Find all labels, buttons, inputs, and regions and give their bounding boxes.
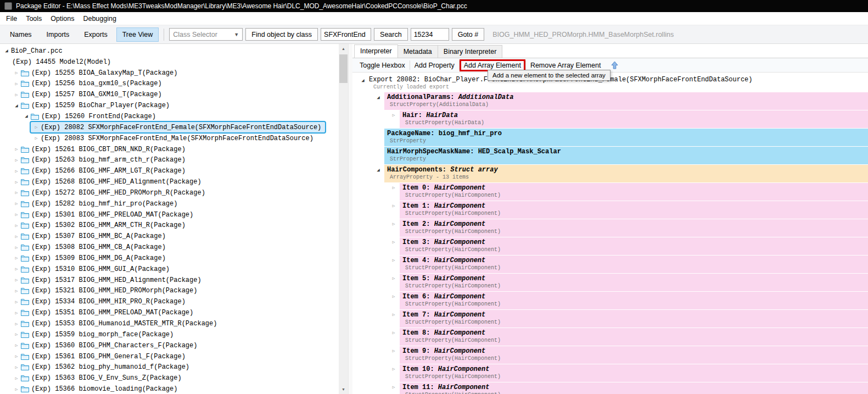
- property-band[interactable]: AdditionalParams: AdditionalDataStructPr…: [384, 92, 868, 110]
- tree-scrollbar[interactable]: ▲ ▼: [339, 44, 348, 394]
- tree-item[interactable]: (Exp) 14455 Model2(Model): [1, 57, 339, 68]
- tree-item-core[interactable]: (Exp) 14455 Model2(Model): [11, 57, 115, 67]
- property-row[interactable]: ▷Item 7: HairComponentStructProperty(Hai…: [357, 310, 868, 328]
- expand-icon[interactable]: ▷: [388, 201, 400, 219]
- object-search-input[interactable]: [321, 28, 371, 41]
- goto-input[interactable]: [411, 28, 449, 41]
- tab-interpreter[interactable]: Interpreter: [354, 45, 398, 58]
- tree-item[interactable]: ◢BioP_Char.pcc: [1, 46, 339, 57]
- property-band[interactable]: PackageName: biog_hmf_hir_proStrProperty: [384, 129, 868, 146]
- tree-item-core[interactable]: ▷(Exp) 15257 BIOA_GXM10_T(Package): [11, 90, 166, 100]
- tree-item-core[interactable]: ▷(Exp) 15360 BIOG_PHM_Characters_F(Packa…: [11, 340, 201, 351]
- expand-icon[interactable]: ▷: [388, 274, 400, 291]
- expand-icon[interactable]: ▷: [388, 256, 400, 273]
- tree-item[interactable]: ▷(Exp) 15360 BIOG_PHM_Characters_F(Packa…: [1, 340, 339, 351]
- property-band[interactable]: Item 9: HairComponentStructProperty(Hair…: [400, 346, 868, 364]
- up-arrow-icon[interactable]: [611, 61, 619, 69]
- tree-item[interactable]: ▷(Exp) 15308 BIOG_HMM_CB_A(Package): [1, 242, 339, 253]
- tree-item-core[interactable]: ▷(Exp) 15363 BIOG_V_Env_Suns_Z(Package): [11, 373, 186, 384]
- property-row[interactable]: ▷Item 6: HairComponentStructProperty(Hai…: [357, 292, 868, 309]
- tree-item-core[interactable]: ◢(Exp) 15259 BioChar_Player(Package): [11, 101, 173, 111]
- expand-icon[interactable]: ▷: [388, 219, 400, 237]
- property-band[interactable]: Item 7: HairComponentStructProperty(Hair…: [400, 310, 868, 328]
- expand-icon[interactable]: ▷: [388, 183, 400, 201]
- property-row[interactable]: ▷Item 2: HairComponentStructProperty(Hai…: [357, 219, 868, 237]
- property-row[interactable]: ▷Item 5: HairComponentStructProperty(Hai…: [357, 274, 868, 291]
- tree-item[interactable]: ▷(Exp) 15257 BIOA_GXM10_T(Package): [1, 89, 339, 100]
- expand-icon[interactable]: ▷: [12, 376, 21, 381]
- expand-icon[interactable]: ▷: [12, 92, 21, 97]
- tree-item-core[interactable]: ▷(Exp) 15353 BIOG_Humanoid_MASTER_MTR_R(…: [11, 319, 221, 329]
- tree-item[interactable]: ◢(Exp) 15259 BioChar_Player(Package): [1, 100, 339, 111]
- goto-button[interactable]: Goto #: [452, 28, 485, 41]
- collapse-icon[interactable]: ◢: [12, 103, 21, 109]
- menu-options[interactable]: Options: [46, 13, 79, 24]
- expand-icon[interactable]: ▷: [12, 387, 21, 392]
- expand-icon[interactable]: ▷: [12, 278, 21, 282]
- collapse-icon[interactable]: ◢: [22, 113, 31, 119]
- tree-item[interactable]: ▷(Exp) 15366 biomovie_loading(Package): [1, 384, 339, 394]
- tree-item[interactable]: ▷(Exp) 15334 BIOG_HMM_HIR_PRO_R(Package): [1, 296, 339, 307]
- property-band[interactable]: Item 2: HairComponentStructProperty(Hair…: [400, 219, 868, 237]
- expand-icon[interactable]: ▷: [388, 237, 400, 255]
- tab-binary-interpreter[interactable]: Binary Interpreter: [438, 45, 503, 58]
- expand-icon[interactable]: ▷: [388, 110, 400, 128]
- expand-icon[interactable]: ▷: [12, 365, 21, 370]
- property-row[interactable]: ▷Item 10: HairComponentStructProperty(Ha…: [357, 364, 868, 382]
- tree-item[interactable]: ▷(Exp) 15307 BIOG_HMM_BC_A(Package): [1, 231, 339, 242]
- tree-item[interactable]: ▷(Exp) 15321 BIOG_HMM_HED_PROMorph(Packa…: [1, 286, 339, 297]
- tree-item[interactable]: ▷(Exp) 28083 SFXMorphFaceFrontEnd_Male(S…: [1, 133, 339, 144]
- tree-item[interactable]: ▷(Exp) 15302 BIOG_HMM_ARM_CTH_R(Package): [1, 220, 339, 231]
- expand-icon[interactable]: ▷: [12, 190, 21, 195]
- expand-icon[interactable]: ▷: [12, 81, 21, 86]
- tree-item-core[interactable]: ▷(Exp) 15321 BIOG_HMM_HED_PROMorph(Packa…: [11, 286, 201, 296]
- search-button[interactable]: Search: [374, 28, 408, 41]
- tree-item-selected-core[interactable]: ▷(Exp) 28082 SFXMorphFaceFrontEnd_Female…: [31, 122, 325, 132]
- tab-metadata[interactable]: Metadata: [397, 45, 438, 58]
- property-band[interactable]: Item 1: HairComponentStructProperty(Hair…: [400, 201, 868, 219]
- tree-item[interactable]: ▷(Exp) 15353 BIOG_Humanoid_MASTER_MTR_R(…: [1, 318, 339, 329]
- names-button[interactable]: Names: [4, 27, 38, 42]
- tree-item[interactable]: ▷(Exp) 28082 SFXMorphFaceFrontEnd_Female…: [1, 122, 339, 133]
- property-band[interactable]: Item 3: HairComponentStructProperty(Hair…: [400, 237, 868, 255]
- collapse-icon[interactable]: ◢: [2, 48, 11, 54]
- tree-item[interactable]: ◢(Exp) 15260 FrontEnd(Package): [1, 111, 339, 122]
- expand-icon[interactable]: ▷: [388, 382, 400, 394]
- tree-view-button[interactable]: Tree View: [116, 27, 159, 42]
- tree-item[interactable]: ▷(Exp) 15310 BIOG_HMM_GUI_A(Package): [1, 264, 339, 275]
- export-header[interactable]: ◢ Export 28082: BioChar_Player.FrontEnd.…: [357, 75, 868, 84]
- expand-icon[interactable]: ▷: [12, 223, 21, 228]
- tree-item-core[interactable]: ▷(Exp) 15263 biog_hmf_arm_cth_r(Package): [11, 155, 189, 165]
- property-band[interactable]: Item 0: HairComponentStructProperty(Hair…: [400, 183, 868, 201]
- tree-item-core[interactable]: ▷(Exp) 15261 BIOG_CBT_DRN_NKD_R(Package): [11, 144, 189, 154]
- expand-icon[interactable]: ▷: [12, 245, 21, 250]
- tree-item[interactable]: ▷(Exp) 15255 BIOA_GalaxyMap_T(Package): [1, 68, 339, 79]
- property-row[interactable]: ▷Item 9: HairComponentStructProperty(Hai…: [357, 346, 868, 364]
- find-object-by-class-button[interactable]: Find object by class: [245, 28, 318, 41]
- tree-item[interactable]: ▷(Exp) 15261 BIOG_CBT_DRN_NKD_R(Package): [1, 144, 339, 155]
- expand-icon[interactable]: ▷: [12, 180, 21, 185]
- class-selector-dropdown[interactable]: Class Selector ▼: [169, 28, 243, 41]
- expand-icon[interactable]: ▷: [12, 234, 21, 239]
- tree-item-core[interactable]: ◢BioP_Char.pcc: [1, 46, 66, 56]
- property-band[interactable]: Item 11: HairComponentStructProperty(Hai…: [400, 382, 868, 394]
- property-row[interactable]: PackageName: biog_hmf_hir_proStrProperty: [357, 129, 868, 146]
- tree-item[interactable]: ▷(Exp) 15317 BIOG_HMM_HED_Alignment(Pack…: [1, 275, 339, 286]
- expand-icon[interactable]: ▷: [12, 256, 21, 260]
- property-row[interactable]: ◢HairComponents: Struct arrayArrayProper…: [357, 165, 868, 182]
- property-row[interactable]: ▷Item 4: HairComponentStructProperty(Hai…: [357, 256, 868, 273]
- property-row[interactable]: ▷Item 11: HairComponentStructProperty(Ha…: [357, 382, 868, 394]
- scroll-down-icon[interactable]: ▼: [339, 385, 348, 394]
- property-row[interactable]: ▷Item 0: HairComponentStructProperty(Hai…: [357, 183, 868, 201]
- panel-splitter[interactable]: [348, 44, 352, 394]
- tree-item[interactable]: ▷(Exp) 15361 BIOG_PHM_General_F(Package): [1, 351, 339, 362]
- tree-item-core[interactable]: ▷(Exp) 15268 BIOG_HMF_HED_Alignment(Pack…: [11, 177, 205, 187]
- tree-item-core[interactable]: ▷(Exp) 15266 BIOG_HMF_ARM_LGT_R(Package): [11, 166, 189, 176]
- tree-item[interactable]: ▷(Exp) 15268 BIOG_HMF_HED_Alignment(Pack…: [1, 176, 339, 187]
- collapse-icon[interactable]: ◢: [372, 92, 384, 110]
- tree-item-core[interactable]: ▷(Exp) 15255 BIOA_GalaxyMap_T(Package): [11, 68, 181, 78]
- property-band[interactable]: Item 6: HairComponentStructProperty(Hair…: [400, 292, 868, 309]
- property-band[interactable]: Item 5: HairComponentStructProperty(Hair…: [400, 274, 868, 291]
- expand-icon[interactable]: ▷: [12, 201, 21, 206]
- property-row[interactable]: HairMorphSpecMaskName: HED_Scalp_Mask_Sc…: [357, 147, 868, 164]
